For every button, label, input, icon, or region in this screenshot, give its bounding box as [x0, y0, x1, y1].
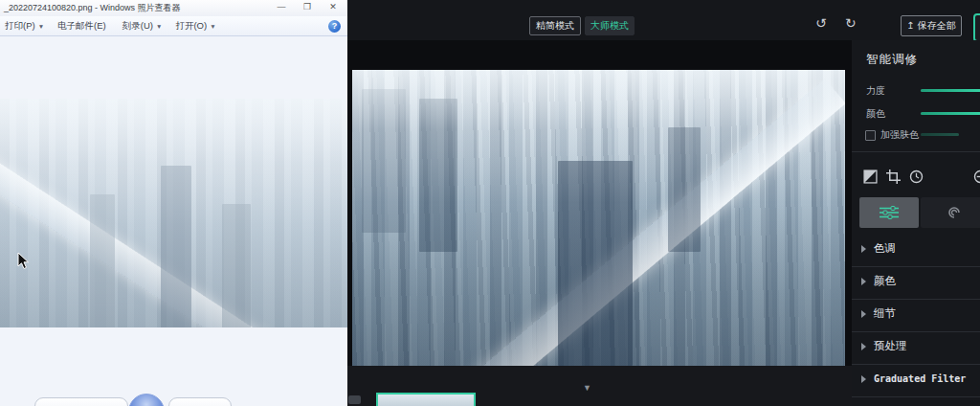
collapse-panel-icon[interactable] [973, 169, 980, 184]
dropdown-arrow-icon: ▼ [38, 23, 44, 30]
effects-swirl-icon [947, 205, 962, 220]
chevron-right-icon [861, 343, 866, 350]
menu-burn[interactable]: 刻录(U)▼ [122, 20, 163, 33]
dropdown-arrow-icon: ▼ [156, 23, 162, 30]
history-clock-icon[interactable] [909, 169, 924, 184]
crop-icon[interactable] [886, 169, 901, 184]
color-slider[interactable] [921, 112, 980, 115]
slider-fill [921, 133, 959, 136]
viewer-canvas [0, 36, 347, 406]
titlebar: _20220724100820.png - Windows 照片查看器 — ❐ … [0, 0, 347, 17]
strength-label: 力度 [866, 84, 885, 98]
export-icon: ↥ [906, 20, 914, 31]
save-all-button[interactable]: ↥保存全部 [901, 15, 962, 36]
tab-effects[interactable] [921, 197, 980, 228]
editor-canvas [347, 40, 852, 366]
thumbnail-fragment[interactable] [348, 395, 361, 404]
section-preprocess[interactable]: 预处理 [852, 331, 980, 364]
master-mode-button[interactable]: 大师模式 [585, 16, 635, 35]
editor-topbar: 精简模式 大师模式 ↺ ↻ ↥保存全部 [347, 0, 980, 40]
help-icon[interactable]: ? [328, 20, 341, 33]
mouse-cursor [17, 252, 30, 270]
divider [852, 151, 980, 152]
photo-hazy-cityscape [0, 99, 347, 327]
slider-fill [921, 89, 980, 92]
section-graduated-filter[interactable]: Graduated Filter [852, 364, 980, 396]
before-after-compare-icon[interactable] [863, 169, 878, 184]
haze-overlay [0, 99, 347, 327]
panel-title: 智能调修 [866, 52, 918, 68]
slideshow-button[interactable] [128, 394, 165, 406]
rotate-controls[interactable] [168, 397, 232, 406]
redo-icon[interactable]: ↻ [845, 15, 857, 31]
strength-slider[interactable] [921, 89, 980, 92]
chevron-right-icon [861, 245, 866, 253]
edge-button-fragment[interactable] [973, 13, 980, 42]
zoom-controls[interactable] [34, 397, 128, 406]
enhance-skin-checkbox[interactable] [865, 130, 876, 141]
disabled-slider [921, 133, 959, 136]
photo-viewer-window: _20220724100820.png - Windows 照片查看器 — ❐ … [0, 0, 347, 406]
minimize-button[interactable]: — [270, 0, 293, 14]
tab-adjust[interactable] [859, 197, 919, 228]
chevron-right-icon [861, 375, 866, 383]
menu-print[interactable]: 打印(P)▼ [5, 20, 44, 33]
tone-overlay [352, 70, 845, 366]
filmstrip-collapse-icon[interactable]: ▼ [583, 383, 591, 393]
photo-editor-window: 精简模式 大师模式 ↺ ↻ ↥保存全部 ▼ [347, 0, 980, 406]
lite-mode-button[interactable]: 精简模式 [529, 16, 581, 35]
sliders-icon [880, 206, 899, 219]
chevron-right-icon [861, 310, 866, 318]
undo-icon[interactable]: ↺ [815, 15, 827, 31]
section-tone[interactable]: 色调 [852, 234, 980, 266]
chevron-right-icon [861, 278, 866, 285]
section-detail[interactable]: 细节 [852, 299, 980, 331]
screenshot-root: _20220724100820.png - Windows 照片查看器 — ❐ … [0, 0, 980, 406]
section-color[interactable]: 颜色 [852, 266, 980, 299]
window-title: _20220724100820.png - Windows 照片查看器 [4, 2, 181, 14]
menu-email[interactable]: 电子邮件(E) [57, 20, 109, 33]
color-strength-label: 颜色 [866, 107, 885, 121]
photo-enhanced-cityscape [352, 70, 845, 366]
menu-open[interactable]: 打开(O)▼ [175, 20, 215, 33]
dropdown-arrow-icon: ▼ [210, 23, 215, 30]
selected-thumbnail[interactable] [376, 393, 476, 406]
divider [852, 396, 980, 397]
close-button[interactable]: ✕ [322, 0, 345, 14]
maximize-button[interactable]: ❐ [296, 0, 319, 14]
enhance-skin-label: 加强肤色 [880, 128, 919, 142]
slider-fill [921, 112, 980, 115]
menubar: 打印(P)▼ 电子邮件(E) 刻录(U)▼ 打开(O)▼ ? [0, 16, 347, 36]
adjust-panel: 智能调修 力度 颜色 加强肤色 [852, 40, 980, 406]
